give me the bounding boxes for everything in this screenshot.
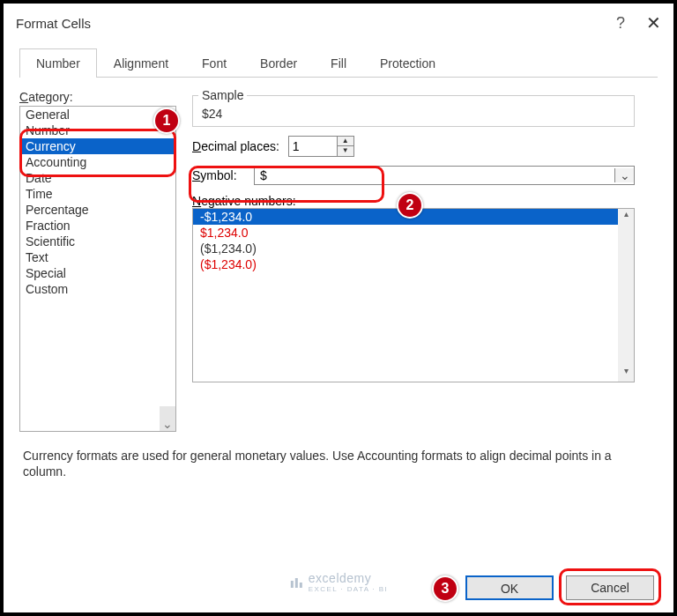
category-item-time[interactable]: Time	[20, 186, 175, 202]
negative-item-2[interactable]: ($1,234.0)	[193, 241, 634, 256]
tab-alignment[interactable]: Alignment	[97, 48, 185, 78]
annotation-badge-2: 2	[397, 192, 423, 219]
decimal-spinner[interactable]: ▲ ▼	[288, 136, 354, 157]
annotation-badge-1: 1	[153, 108, 180, 134]
sample-label: Sample	[198, 88, 247, 102]
scroll-up-icon[interactable]: ▴	[618, 209, 634, 225]
svg-rect-2	[300, 583, 302, 588]
symbol-select[interactable]: $ ⌄	[254, 166, 635, 185]
ok-button[interactable]: OK	[465, 575, 554, 600]
scroll-down-icon[interactable]: ⌄	[160, 406, 175, 431]
symbol-value: $	[255, 167, 614, 184]
annotation-badge-3: 3	[432, 575, 458, 602]
category-item-fraction[interactable]: Fraction	[20, 218, 175, 234]
scrollbar[interactable]: ▴ ▾	[618, 209, 634, 382]
decimal-label: Decimal places:	[192, 139, 279, 153]
symbol-row: Symbol: $ ⌄	[192, 166, 635, 185]
scroll-down-icon[interactable]: ▾	[618, 366, 634, 382]
watermark-brand: exceldemy	[309, 571, 388, 585]
sample-value: $24	[202, 107, 625, 121]
svg-rect-1	[295, 578, 298, 588]
dialog-footer: OK Cancel	[465, 575, 654, 600]
spinner-down-icon[interactable]: ▼	[338, 146, 353, 156]
category-item-date[interactable]: Date	[20, 170, 175, 186]
tab-font[interactable]: Font	[185, 48, 243, 78]
close-icon[interactable]: ✕	[646, 12, 661, 33]
watermark-icon	[289, 575, 303, 590]
dialog-title: Format Cells	[16, 16, 91, 31]
negative-label: Negative numbers:	[192, 194, 658, 208]
decimal-input[interactable]	[288, 136, 338, 157]
category-item-custom[interactable]: Custom	[20, 281, 175, 297]
tab-number[interactable]: Number	[19, 48, 97, 78]
tabstrip: Number Alignment Font Border Fill Protec…	[19, 48, 658, 78]
help-icon[interactable]: ?	[616, 14, 625, 33]
watermark-tag: EXCEL · DATA · BI	[309, 585, 388, 593]
cancel-button[interactable]: Cancel	[566, 575, 654, 600]
dialog-format-cells: Format Cells ? ✕ Number Alignment Font B…	[0, 0, 677, 616]
sample-group: Sample $24	[192, 95, 635, 127]
category-listbox[interactable]: General Number Currency Accounting Date …	[19, 106, 176, 432]
category-item-general[interactable]: General	[20, 107, 175, 122]
spinner-up-icon[interactable]: ▲	[338, 137, 353, 146]
chevron-down-icon[interactable]: ⌄	[614, 168, 634, 182]
negative-item-3[interactable]: ($1,234.0)	[193, 256, 634, 272]
category-label: Category:	[19, 90, 176, 104]
tab-border[interactable]: Border	[243, 48, 314, 78]
category-item-accounting[interactable]: Accounting	[20, 154, 175, 170]
symbol-label: Symbol:	[192, 168, 245, 182]
category-item-number[interactable]: Number	[20, 122, 175, 138]
category-item-currency[interactable]: Currency	[20, 138, 175, 154]
negative-item-1[interactable]: $1,234.0	[193, 225, 634, 241]
category-item-text[interactable]: Text	[20, 249, 175, 265]
category-item-scientific[interactable]: Scientific	[20, 234, 175, 249]
svg-rect-0	[291, 581, 294, 588]
category-item-percentage[interactable]: Percentage	[20, 202, 175, 218]
decimal-row: Decimal places: ▲ ▼	[192, 136, 635, 157]
category-item-special[interactable]: Special	[20, 265, 175, 281]
tab-fill[interactable]: Fill	[314, 48, 363, 78]
negative-listbox[interactable]: -$1,234.0 $1,234.0 ($1,234.0) ($1,234.0)…	[192, 208, 635, 382]
titlebar: Format Cells ? ✕	[4, 4, 673, 48]
tab-protection[interactable]: Protection	[363, 48, 452, 78]
watermark: exceldemy EXCEL · DATA · BI	[289, 571, 388, 593]
description-text: Currency formats are used for general mo…	[4, 432, 673, 479]
